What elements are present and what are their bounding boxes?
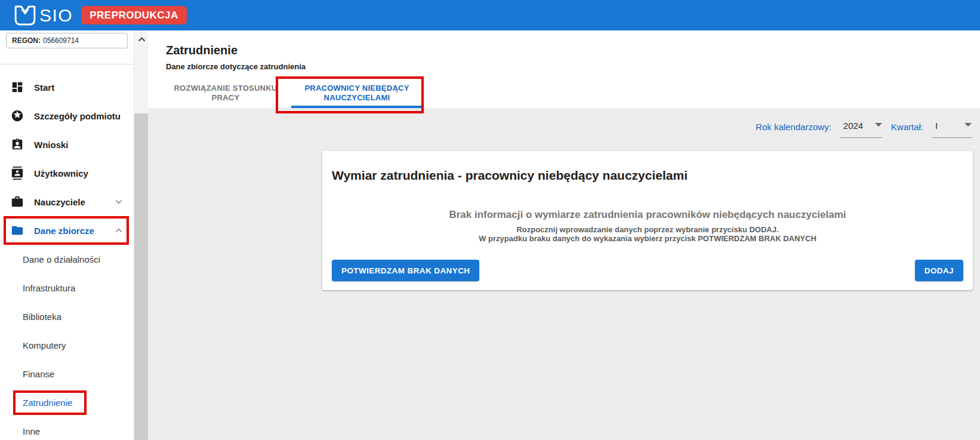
- tab-label-line: PRACY: [212, 93, 240, 103]
- dashboard-icon: [11, 81, 24, 94]
- sidebar-item-infrastruktura[interactable]: Infrastruktura: [0, 273, 134, 302]
- sidebar-item-biblioteka[interactable]: Biblioteka: [0, 302, 134, 331]
- tab-label-line: NAUCZYCIELAMI: [324, 93, 390, 103]
- quarter-select[interactable]: I: [932, 121, 972, 138]
- sidebar-subitem-label: Infrastruktura: [23, 283, 75, 293]
- sidebar-scrollbar[interactable]: [134, 30, 148, 440]
- sidebar-subitem-label: Inne: [23, 426, 40, 436]
- content-area: Rok kalendarzowy: 2024 Kwartał: I: [148, 108, 980, 440]
- year-select-value: 2024: [840, 121, 863, 131]
- sidebar-item-label: Szczegóły podmiotu: [34, 111, 121, 121]
- sidebar-item-dane-zbiorcze[interactable]: Dane zbiorcze: [0, 216, 134, 245]
- sidebar-item-szczegoly-podmiotu[interactable]: Szczegóły podmiotu: [0, 101, 134, 130]
- app-header: SIO PREPRODUKCJA: [0, 0, 980, 30]
- scrollbar-thumb[interactable]: [134, 113, 148, 440]
- employment-card: Wymiar zatrudnienia - pracownicy niebędą…: [322, 151, 973, 290]
- open-book-icon: [13, 4, 37, 27]
- card-actions: POTWIERDZAM BRAK DANYCH DODAJ: [332, 260, 963, 281]
- page-title: Zatrudnienie: [166, 44, 238, 57]
- sidebar-item-label: Dane zbiorcze: [34, 226, 94, 236]
- regon-box: REGON: 056609714: [6, 33, 128, 48]
- empty-state-heading: Brak informacji o wymiarze zatrudnienia …: [332, 208, 963, 221]
- dropdown-caret-icon: [875, 123, 882, 127]
- tab-rozwiazanie-stosunku-pracy[interactable]: ROZWIĄZANIE STOSUNKU PRACY: [160, 78, 291, 108]
- contact-card-icon: [11, 167, 24, 180]
- sidebar-item-komputery[interactable]: Komputery: [0, 331, 134, 359]
- sidebar: REGON: 056609714 Start Szczeg: [0, 30, 134, 440]
- tab-label-line: PRACOWNICY NIEBĘDĄCY: [304, 84, 409, 93]
- environment-badge: PREPRODUKCJA: [81, 6, 187, 24]
- sidebar-item-label: Nauczyciele: [34, 197, 85, 207]
- sidebar-item-inne[interactable]: Inne: [0, 417, 134, 440]
- chevron-up-icon: [113, 225, 124, 236]
- scroll-up-arrow[interactable]: [134, 30, 149, 48]
- confirm-no-data-button[interactable]: POTWIERDZAM BRAK DANYCH: [332, 260, 479, 281]
- empty-state-instructions: Rozpocznij wprowadzanie danych poprzez w…: [332, 225, 963, 243]
- dropdown-caret-icon: [964, 123, 972, 127]
- sidebar-subitem-label: Dane o działalności: [23, 254, 100, 264]
- app-window: SIO PREPRODUKCJA REGON: 056609714 Start: [0, 0, 980, 440]
- sidebar-item-nauczyciele[interactable]: Nauczyciele: [0, 187, 134, 216]
- sidebar-subitem-label: Biblioteka: [23, 312, 61, 322]
- select-underline: [932, 137, 972, 138]
- star-circle-icon: [11, 109, 24, 122]
- chevron-down-icon: [113, 196, 124, 207]
- filters-bar: Rok kalendarzowy: 2024 Kwartał: I: [756, 121, 972, 138]
- year-filter-label: Rok kalendarzowy:: [756, 122, 831, 132]
- sidebar-item-finanse[interactable]: Finanse: [0, 359, 134, 388]
- tab-bar: ROZWIĄZANIE STOSUNKU PRACY PRACOWNICY NI…: [160, 78, 423, 108]
- tab-label-line: ROZWIĄZANIE STOSUNKU: [174, 84, 277, 93]
- folder-icon: [11, 224, 24, 237]
- sidebar-item-start[interactable]: Start: [0, 73, 134, 101]
- year-select[interactable]: 2024: [840, 121, 882, 138]
- tab-pracownicy-niebedacy-nauczycielami[interactable]: PRACOWNICY NIEBĘDĄCY NAUCZYCIELAMI: [291, 78, 423, 108]
- person-badge-icon: [11, 138, 24, 151]
- sidebar-subitem-label: Zatrudnienie: [13, 390, 87, 415]
- sidebar-nav: Start Szczegóły podmiotu Wnioski: [0, 73, 134, 440]
- instruction-line: W przypadku braku danych do wykazania wy…: [332, 234, 963, 243]
- quarter-filter-label: Kwartał:: [891, 122, 923, 132]
- select-underline: [840, 137, 882, 138]
- page-header: Zatrudnienie Dane zbiorcze dotyczące zat…: [148, 30, 980, 108]
- briefcase-icon: [11, 195, 24, 208]
- sio-logo[interactable]: SIO: [13, 4, 73, 27]
- regon-label: REGON:: [12, 36, 41, 45]
- quarter-select-value: I: [932, 121, 938, 131]
- sidebar-subitem-label: Komputery: [23, 340, 66, 350]
- instruction-line: Rozpocznij wprowadzanie danych poprzez w…: [332, 225, 963, 234]
- add-button[interactable]: DODAJ: [915, 260, 963, 281]
- sidebar-item-zatrudnienie[interactable]: Zatrudnienie: [0, 388, 134, 417]
- sidebar-item-label: Użytkownicy: [34, 168, 88, 179]
- sidebar-entity-section: REGON: 056609714: [0, 33, 134, 64]
- sidebar-item-uzytkownicy[interactable]: Użytkownicy: [0, 159, 134, 187]
- regon-value: 056609714: [43, 36, 79, 45]
- sidebar-item-dane-o-dzialalnosci[interactable]: Dane o działalności: [0, 245, 134, 273]
- sidebar-item-label: Start: [34, 82, 54, 93]
- logo-text: SIO: [39, 7, 73, 24]
- card-title: Wymiar zatrudnienia - pracownicy niebędą…: [332, 168, 963, 183]
- sidebar-subitem-label: Finanse: [23, 369, 54, 379]
- sidebar-item-wnioski[interactable]: Wnioski: [0, 130, 134, 159]
- main-content: Zatrudnienie Dane zbiorcze dotyczące zat…: [148, 30, 980, 440]
- page-subtitle: Dane zbiorcze dotyczące zatrudnienia: [166, 62, 306, 71]
- sidebar-item-label: Wnioski: [34, 140, 69, 150]
